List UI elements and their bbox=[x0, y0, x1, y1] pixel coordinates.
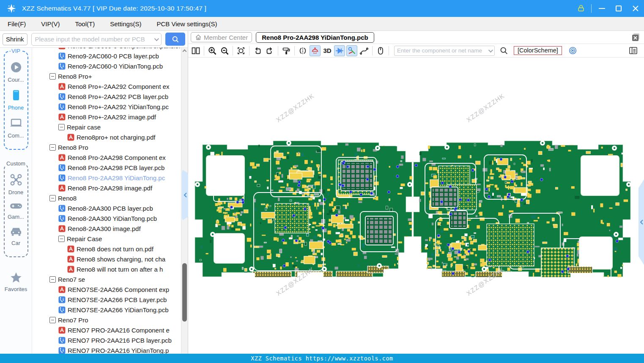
tree-group-row[interactable]: Reno8 bbox=[32, 193, 181, 203]
tree-file-row[interactable]: Reno8 Pro+-2AA292 image.pdf bbox=[32, 112, 181, 122]
gamepad-icon bbox=[9, 201, 23, 212]
tree-file-row[interactable]: Reno9-2AC060-0 Component expansion.pdf bbox=[32, 48, 181, 51]
sidebar-item-phone[interactable]: Phone bbox=[5, 89, 27, 111]
collapse-box-icon[interactable] bbox=[49, 317, 56, 323]
collapse-box-icon[interactable] bbox=[58, 124, 65, 130]
tree-file-row[interactable]: Reno8 Pro+-2AA292 YiDianTong.pc bbox=[32, 102, 181, 112]
net-search-box[interactable] bbox=[394, 46, 495, 56]
tree-file-row[interactable]: RENO7 PRO-2AA216 YiDianTong.p bbox=[32, 345, 181, 354]
toolbar-diode-button[interactable] bbox=[334, 45, 345, 56]
tree-file-row[interactable]: RENO7 PRO-2AA216 Component e bbox=[32, 325, 181, 335]
tree-group-row[interactable]: Reno7 Pro bbox=[32, 315, 181, 325]
shrink-button[interactable]: Shrink bbox=[3, 33, 27, 45]
tree-file-row[interactable]: Reno8pro+ not charging.pdf bbox=[32, 132, 181, 142]
pdf-file-icon bbox=[58, 48, 66, 50]
tree-file-row[interactable]: Reno8 Pro-2AA298 YiDianTong.pc bbox=[32, 173, 181, 183]
tree-file-row[interactable]: RENO7SE-2AA266 Component exp bbox=[32, 284, 181, 294]
menu-item-settings[interactable]: Settings(S) bbox=[110, 20, 141, 28]
expand-right-panel-handle[interactable] bbox=[639, 179, 644, 265]
toolbar-fit-screen-button[interactable] bbox=[236, 45, 247, 56]
toolbar-paint-roller-button[interactable] bbox=[281, 45, 292, 56]
chevron-down-icon[interactable] bbox=[488, 47, 493, 52]
toolbar-rotate-ccw-button[interactable] bbox=[252, 45, 263, 56]
tree-file-row[interactable]: Reno8-2AA300 YiDianTong.pcb bbox=[32, 213, 181, 223]
sidebar-item-label: Favorites bbox=[5, 286, 27, 292]
status-text: XZZ Schematics https://www.xzztools.com bbox=[251, 355, 393, 362]
toolbar-zoom-in-button[interactable] bbox=[207, 45, 218, 56]
net-search-icon[interactable] bbox=[499, 46, 508, 55]
minimize-button[interactable] bbox=[593, 0, 610, 17]
tree-file-row[interactable]: RENO7SE-2AA266 YiDianTong.pcb bbox=[32, 305, 181, 315]
tree-file-row[interactable]: Reno8 does not turn on.pdf bbox=[32, 244, 181, 254]
model-search-button[interactable] bbox=[165, 33, 185, 46]
vip-lock-icon[interactable] bbox=[573, 0, 589, 17]
sidebar-item-car[interactable]: Car bbox=[5, 226, 27, 246]
toolbar-zoom-out-button[interactable] bbox=[219, 45, 230, 56]
tree-file-row[interactable]: Reno8-2AA300 PCB layer.pcb bbox=[32, 203, 181, 213]
collapse-box-icon[interactable] bbox=[49, 73, 56, 80]
sidebar-item-gam[interactable]: Gam... bbox=[5, 201, 27, 220]
tree-file-row[interactable]: Reno8 Pro-2AA298 Component ex bbox=[32, 152, 181, 162]
tree-file-row[interactable]: Reno9-2AC060-0 YiDianTong.pcb bbox=[32, 61, 181, 71]
tree-group-row[interactable]: Reno8 Pro+ bbox=[32, 71, 181, 81]
close-button[interactable] bbox=[627, 0, 644, 17]
eye-visibility-icon[interactable] bbox=[568, 46, 577, 55]
tree-file-row[interactable]: Reno8 Pro-2AA298 PCB layer.pcb bbox=[32, 162, 181, 173]
chevron-down-icon[interactable] bbox=[154, 36, 159, 41]
scroll-up-icon[interactable] bbox=[183, 50, 187, 54]
menu-item-file[interactable]: File(F) bbox=[8, 20, 26, 28]
collapse-tree-handle[interactable] bbox=[182, 169, 188, 221]
toolbar-3d-button[interactable]: 3D bbox=[322, 45, 333, 56]
tree-group-row[interactable]: Repair Case bbox=[32, 234, 181, 244]
sidebar-item-favorites[interactable]: Favorites bbox=[5, 272, 27, 292]
maximize-button[interactable] bbox=[610, 0, 627, 17]
tree-file-row[interactable]: RENO7SE-2AA266 PCB Layer.pcb bbox=[32, 294, 181, 305]
toolbar-curve-button[interactable] bbox=[359, 45, 370, 56]
model-search-box[interactable] bbox=[31, 33, 162, 46]
tree-file-row[interactable]: Reno8-2AA300 image.pdf bbox=[32, 223, 181, 234]
car-icon bbox=[9, 226, 23, 239]
toolbar-measure-button[interactable] bbox=[346, 45, 357, 56]
tree-group-row[interactable]: Reno7 se bbox=[32, 274, 181, 284]
sidebar-item-drone[interactable]: Drone bbox=[5, 173, 27, 195]
collapse-box-icon[interactable] bbox=[49, 195, 56, 201]
toolbar-split-view-button[interactable] bbox=[190, 45, 201, 56]
toolbar-separator bbox=[233, 46, 233, 55]
mouse-icon bbox=[376, 46, 385, 55]
tree-file-row[interactable]: Reno8 Pro+-2AA292 Component ex bbox=[32, 81, 181, 91]
toolbar-mirror-flip-button[interactable] bbox=[297, 45, 308, 56]
color-scheme-button[interactable]: [ColorScheme] bbox=[514, 46, 562, 55]
sidebar-item-com[interactable]: Com... bbox=[5, 117, 27, 139]
menu-item-vip[interactable]: VIP(V) bbox=[41, 20, 60, 28]
tree-file-row[interactable]: Reno8 will not turn on after a h bbox=[32, 264, 181, 274]
tree-scrollbar-thumb[interactable] bbox=[182, 263, 187, 322]
close-tab-icon[interactable] bbox=[632, 33, 640, 43]
tree-file-row[interactable]: Reno8 Pro+-2AA292 PCB layer.pcb bbox=[32, 91, 181, 102]
tree-file-row[interactable]: RENO7 PRO-2AA216 PCB layer.pcb bbox=[32, 335, 181, 345]
toolbar-mouse-button[interactable] bbox=[375, 45, 386, 56]
tree-file-row[interactable]: Reno9-2AC060-0 PCB layer.pcb bbox=[32, 51, 181, 61]
active-document-tab[interactable]: Reno8 Pro-2AA298 YiDianTong.pcb bbox=[256, 32, 374, 43]
sidebar-item-cour[interactable]: Cour... bbox=[5, 61, 27, 83]
member-center-button[interactable]: Member Center bbox=[191, 32, 252, 42]
collapse-box-icon[interactable] bbox=[49, 276, 56, 283]
tree-item-label: Reno8 Pro+-2AA292 YiDianTong.pc bbox=[68, 103, 169, 110]
layers-panel-icon[interactable] bbox=[629, 47, 638, 55]
pcb-canvas[interactable]: XZZ@XZZHKXZZ@XZZHKXZZ@XZZHKXZZ@XZZHK bbox=[188, 58, 644, 354]
toolbar-lamp-button[interactable] bbox=[310, 45, 321, 56]
model-search-input[interactable] bbox=[35, 36, 154, 43]
toolbar-separator bbox=[389, 46, 389, 55]
pcb-board-image[interactable] bbox=[188, 58, 644, 354]
tree-group-row[interactable]: Reno8 Pro bbox=[32, 142, 181, 152]
collapse-box-icon[interactable] bbox=[49, 144, 56, 151]
net-search-input[interactable] bbox=[397, 47, 488, 54]
tree-file-row[interactable]: Reno8 Pro-2AA298 image.pdf bbox=[32, 183, 181, 193]
menu-item-pcb-view-settings[interactable]: PCB View settings(S) bbox=[156, 20, 217, 28]
tree-group-row[interactable]: Repair case bbox=[32, 122, 181, 132]
measure-icon bbox=[347, 46, 356, 55]
toolbar-separator bbox=[249, 46, 249, 55]
menu-item-tool[interactable]: Tool(T) bbox=[75, 20, 95, 28]
tree-file-row[interactable]: Reno8 shows charging, not cha bbox=[32, 254, 181, 264]
collapse-box-icon[interactable] bbox=[58, 236, 65, 242]
toolbar-rotate-cw-button[interactable] bbox=[264, 45, 275, 56]
